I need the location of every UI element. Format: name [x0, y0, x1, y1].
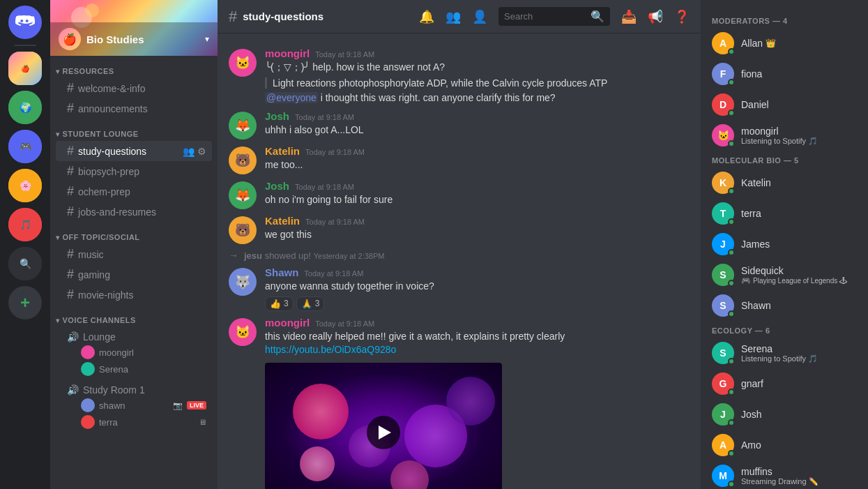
speaker-icon: 🔊	[67, 331, 79, 343]
avatar-shawn-sidebar: S	[712, 294, 734, 317]
status-online	[728, 188, 735, 195]
message-time: Today at 9:18 AM	[305, 218, 365, 226]
member-moongirl-sidebar[interactable]: 🐱 moongirl Listening to Spotify 🎵	[706, 120, 862, 151]
member-category-moderators: MODERATORS — 4	[706, 11, 862, 28]
channel-list: ▾ RESOURCES # welcome-&-info # announcem…	[50, 56, 218, 489]
help-icon[interactable]: ❓	[674, 9, 690, 24]
server-dropdown-icon[interactable]: ▾	[205, 34, 209, 44]
category-resources[interactable]: ▾ RESOURCES	[50, 56, 218, 78]
server-icon-3[interactable]: 🎮	[8, 130, 42, 163]
avatar-fiona: F	[712, 63, 734, 85]
member-terra[interactable]: T terra	[706, 198, 862, 229]
message-time: Today at 9:18 AM	[305, 148, 365, 156]
server-icon-5[interactable]: 🎵	[8, 208, 42, 241]
search-box[interactable]: Search 🔍	[498, 7, 610, 26]
hash-icon: #	[67, 287, 74, 302]
message-quote: Light reactions photophosphorylate ADP, …	[265, 77, 690, 89]
category-student-lounge[interactable]: ▾ STUDENT LOUNGE	[50, 119, 218, 141]
voice-user-shawn[interactable]: shawn 📷 LIVE	[67, 397, 206, 414]
server-icon-2[interactable]: 🌍	[8, 91, 42, 124]
add-server-button[interactable]: +	[8, 286, 42, 319]
status-online	[728, 218, 735, 225]
message-time: Today at 9:18 AM	[295, 183, 354, 191]
member-serena[interactable]: S Serena Listening to Spotify 🎵	[706, 338, 862, 368]
category-offtopic[interactable]: ▾ OFF TOPIC/SOCIAL	[50, 222, 218, 244]
channel-ochem-prep[interactable]: # ochem-prep	[56, 181, 212, 202]
reaction-pray[interactable]: 🙏 3	[296, 296, 325, 311]
member-muffins[interactable]: M muffins Streaming Drawing ✏️	[706, 460, 862, 489]
server-icon-6[interactable]: 🔍	[8, 247, 42, 280]
server-icon-bio-studies[interactable]: 🍎	[8, 52, 42, 85]
add-member-icon[interactable]: 👥	[183, 146, 195, 157]
voice-channel-lounge[interactable]: 🔊 Lounge moongirl Serena	[56, 327, 212, 380]
play-triangle-icon	[379, 426, 391, 439]
message-text: uhhh i also got A...LOL	[265, 123, 690, 137]
member-allan[interactable]: A Allan 👑	[706, 28, 862, 59]
category-arrow: ▾	[56, 317, 60, 324]
user-add-icon[interactable]: 👤	[472, 9, 487, 24]
channel-welcome[interactable]: # welcome-&-info	[56, 78, 212, 98]
channel-music[interactable]: # music	[56, 244, 212, 264]
hash-icon: #	[67, 184, 74, 199]
voice-user[interactable]: moongirl	[67, 344, 206, 361]
member-name: Katelin	[741, 177, 857, 188]
bell-icon[interactable]: 🔔	[419, 9, 434, 24]
video-link[interactable]: https://youtu.be/OiDx6aQ928o	[265, 343, 690, 357]
server-icon-4[interactable]: 🌸	[8, 169, 42, 202]
member-sidequick[interactable]: S Sidequick 🎮 Playing League of Legends …	[706, 259, 862, 290]
channel-biopsych-prep[interactable]: # biopsych-prep	[56, 161, 212, 181]
settings-icon[interactable]: ⚙	[197, 146, 206, 157]
message-content: Katelin Today at 9:18 AM me too...	[265, 145, 690, 174]
avatar-sidequick: S	[712, 264, 734, 286]
message-time: Today at 9:18 AM	[315, 319, 374, 328]
server-divider	[14, 45, 36, 46]
status-online	[728, 280, 735, 287]
message-2: 🦊 Josh Today at 9:18 AM uhhh i also got …	[218, 107, 701, 142]
avatar-muffins: M	[712, 465, 734, 487]
video-preview[interactable]	[265, 363, 502, 489]
member-info: muffins Streaming Drawing ✏️	[741, 466, 857, 486]
channel-movie-nights[interactable]: # movie-nights	[56, 285, 212, 305]
message-author: moongirl	[265, 317, 310, 329]
channel-hash-icon: #	[229, 8, 237, 26]
voice-channel-study-room-1[interactable]: 🔊 Study Room 1 shawn 📷 LIVE terra 🖥	[56, 380, 212, 433]
status-online	[728, 110, 735, 116]
member-amo[interactable]: A Amo	[706, 430, 862, 460]
category-label: RESOURCES	[63, 67, 114, 75]
message-author: Josh	[265, 180, 289, 192]
message-content: Josh Today at 9:18 AM oh no i'm going to…	[265, 180, 690, 209]
member-shawn-sidebar[interactable]: S Shawn	[706, 290, 862, 321]
avatar-katelin-sidebar: K	[712, 172, 734, 194]
message-header: Katelin Today at 9:18 AM	[265, 215, 690, 227]
play-button[interactable]	[367, 416, 400, 449]
avatar-james: J	[712, 233, 734, 255]
member-name: gnarf	[741, 378, 857, 389]
avatar-moongirl-2: 🐱	[229, 318, 257, 346]
member-gnarf[interactable]: G gnarf	[706, 368, 862, 399]
member-subtext: 🎮 Playing League of Legends 🕹	[741, 276, 857, 285]
reaction-thumbsup[interactable]: 👍 3	[265, 296, 294, 311]
message-1: 🐱 moongirl Today at 9:18 AM ╰(；▽；)╯ help…	[218, 45, 701, 107]
channel-gaming[interactable]: # gaming	[56, 264, 212, 285]
member-katelin-sidebar[interactable]: K Katelin	[706, 167, 862, 198]
discord-news-icon[interactable]: 📢	[648, 9, 663, 24]
channel-study-questions[interactable]: # study-questions 👥 ⚙	[56, 141, 212, 161]
video-url[interactable]: https://youtu.be/OiDx6aQ928o	[265, 344, 396, 355]
voice-channel-name: Study Room 1	[83, 384, 145, 396]
member-james[interactable]: J James	[706, 229, 862, 259]
channel-announcements[interactable]: # announcements	[56, 98, 212, 119]
voice-user[interactable]: Serena	[67, 361, 206, 377]
member-info: Amo	[741, 439, 857, 451]
member-fiona[interactable]: F fiona	[706, 59, 862, 89]
category-voice[interactable]: ▾ VOICE CHANNELS	[50, 305, 218, 327]
members-icon[interactable]: 👥	[446, 9, 461, 24]
inbox-icon[interactable]: 📥	[621, 9, 637, 24]
member-daniel[interactable]: D Daniel	[706, 89, 862, 120]
member-josh-sidebar[interactable]: J Josh	[706, 399, 862, 430]
channel-jobs-resumes[interactable]: # jobs-and-resumes	[56, 202, 212, 222]
member-info: gnarf	[741, 378, 857, 389]
message-author: moongirl	[265, 47, 310, 59]
discord-home-button[interactable]	[8, 6, 42, 39]
avatar-josh-2: 🦊	[229, 181, 257, 209]
voice-user-terra[interactable]: terra 🖥	[67, 414, 206, 430]
